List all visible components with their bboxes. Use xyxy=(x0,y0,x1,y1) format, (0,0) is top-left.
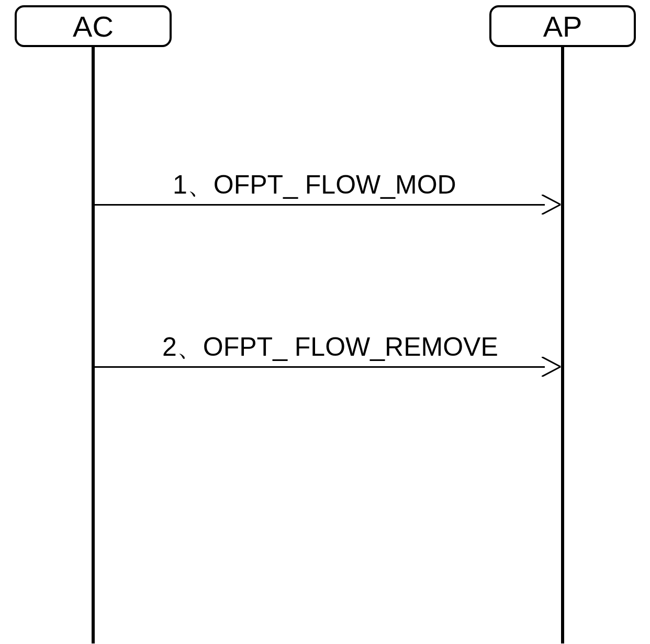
message-2-label: 2、OFPT_ FLOW_REMOVE xyxy=(162,330,498,365)
lifeline-ac xyxy=(92,47,95,643)
message-1-line xyxy=(95,204,545,206)
svg-line-1 xyxy=(542,205,561,214)
participant-ap-label: AP xyxy=(543,9,582,43)
svg-line-2 xyxy=(542,357,561,367)
svg-line-0 xyxy=(542,195,561,205)
participant-ac-label: AC xyxy=(73,9,114,43)
lifeline-ap xyxy=(561,47,564,643)
svg-line-3 xyxy=(542,367,561,377)
message-1-label: 1、OFPT_ FLOW_MOD xyxy=(173,167,456,202)
participant-ac: AC xyxy=(15,5,172,47)
participant-ap: AP xyxy=(489,5,636,47)
message-2-arrow xyxy=(542,357,563,377)
message-2-line xyxy=(95,366,545,368)
message-1-arrow xyxy=(542,195,563,214)
